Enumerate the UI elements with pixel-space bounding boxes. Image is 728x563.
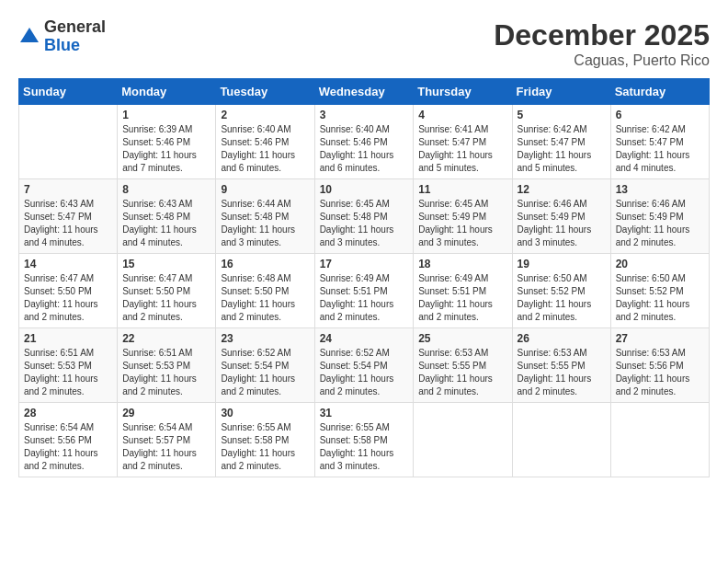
sunset: Sunset: 5:48 PM — [320, 212, 388, 222]
daylight: Daylight: 11 hours and 4 minutes. — [616, 150, 690, 173]
calendar-cell: 14 Sunrise: 6:47 AM Sunset: 5:50 PM Dayl… — [19, 254, 118, 328]
sunrise: Sunrise: 6:51 AM — [122, 348, 192, 358]
sunrise: Sunrise: 6:44 AM — [221, 199, 290, 209]
daylight: Daylight: 11 hours and 4 minutes. — [24, 224, 98, 247]
calendar-cell: 7 Sunrise: 6:43 AM Sunset: 5:47 PM Dayli… — [19, 179, 118, 254]
calendar-cell: 12 Sunrise: 6:46 AM Sunset: 5:49 PM Dayl… — [512, 179, 610, 254]
day-number: 3 — [320, 109, 409, 121]
sunrise: Sunrise: 6:49 AM — [320, 273, 390, 283]
sunrise: Sunrise: 6:55 AM — [221, 422, 290, 432]
sunrise: Sunrise: 6:49 AM — [418, 273, 488, 283]
daylight: Daylight: 11 hours and 2 minutes. — [122, 373, 197, 396]
sunset: Sunset: 5:55 PM — [518, 361, 586, 371]
day-info: Sunrise: 6:42 AM Sunset: 5:47 PM Dayligh… — [616, 123, 704, 175]
calendar-cell — [512, 403, 610, 477]
day-number: 2 — [221, 109, 309, 121]
day-info: Sunrise: 6:50 AM Sunset: 5:52 PM Dayligh… — [616, 272, 704, 324]
day-info: Sunrise: 6:44 AM Sunset: 5:48 PM Dayligh… — [221, 198, 309, 249]
day-info: Sunrise: 6:52 AM Sunset: 5:54 PM Dayligh… — [320, 347, 409, 398]
daylight: Daylight: 11 hours and 3 minutes. — [518, 224, 592, 247]
sunset: Sunset: 5:56 PM — [24, 435, 92, 445]
sunrise: Sunrise: 6:53 AM — [518, 348, 587, 358]
daylight: Daylight: 11 hours and 2 minutes. — [221, 299, 295, 322]
svg-marker-0 — [20, 28, 39, 42]
sunrise: Sunrise: 6:45 AM — [418, 199, 488, 209]
daylight: Daylight: 11 hours and 7 minutes. — [122, 150, 197, 173]
day-number: 13 — [616, 183, 704, 196]
calendar-cell: 18 Sunrise: 6:49 AM Sunset: 5:51 PM Dayl… — [414, 254, 512, 328]
sunset: Sunset: 5:48 PM — [221, 212, 289, 222]
day-info: Sunrise: 6:49 AM Sunset: 5:51 PM Dayligh… — [320, 272, 409, 324]
calendar-week-row: 14 Sunrise: 6:47 AM Sunset: 5:50 PM Dayl… — [19, 254, 710, 328]
day-number: 30 — [221, 407, 309, 419]
day-number: 19 — [518, 258, 606, 270]
sunset: Sunset: 5:47 PM — [418, 137, 486, 147]
day-info: Sunrise: 6:51 AM Sunset: 5:53 PM Dayligh… — [24, 347, 112, 398]
day-number: 21 — [24, 332, 112, 345]
day-info: Sunrise: 6:48 AM Sunset: 5:50 PM Dayligh… — [221, 272, 309, 324]
daylight: Daylight: 11 hours and 2 minutes. — [320, 373, 394, 396]
day-number: 9 — [221, 183, 309, 196]
logo-blue: Blue — [44, 37, 106, 55]
sunrise: Sunrise: 6:40 AM — [221, 124, 290, 134]
daylight: Daylight: 11 hours and 2 minutes. — [418, 299, 493, 322]
calendar-cell: 26 Sunrise: 6:53 AM Sunset: 5:55 PM Dayl… — [512, 328, 610, 403]
daylight: Daylight: 11 hours and 2 minutes. — [24, 299, 98, 322]
day-number: 24 — [320, 332, 409, 345]
sunrise: Sunrise: 6:43 AM — [24, 199, 94, 209]
calendar-cell: 19 Sunrise: 6:50 AM Sunset: 5:52 PM Dayl… — [512, 254, 610, 328]
calendar-cell: 23 Sunrise: 6:52 AM Sunset: 5:54 PM Dayl… — [216, 328, 314, 403]
sunset: Sunset: 5:52 PM — [616, 286, 684, 296]
calendar-cell: 24 Sunrise: 6:52 AM Sunset: 5:54 PM Dayl… — [314, 328, 414, 403]
calendar-cell: 2 Sunrise: 6:40 AM Sunset: 5:46 PM Dayli… — [216, 105, 314, 179]
sunrise: Sunrise: 6:46 AM — [616, 199, 686, 209]
daylight: Daylight: 11 hours and 2 minutes. — [616, 373, 690, 396]
sunset: Sunset: 5:46 PM — [122, 137, 190, 147]
sunrise: Sunrise: 6:54 AM — [122, 422, 192, 432]
sunset: Sunset: 5:49 PM — [518, 212, 586, 222]
location: Caguas, Puerto Rico — [494, 52, 710, 69]
daylight: Daylight: 11 hours and 3 minutes. — [418, 224, 493, 247]
sunrise: Sunrise: 6:40 AM — [320, 124, 390, 134]
weekday-header: Monday — [118, 79, 216, 105]
calendar-cell: 16 Sunrise: 6:48 AM Sunset: 5:50 PM Dayl… — [216, 254, 314, 328]
day-info: Sunrise: 6:53 AM Sunset: 5:56 PM Dayligh… — [616, 347, 704, 398]
day-info: Sunrise: 6:51 AM Sunset: 5:53 PM Dayligh… — [122, 347, 210, 398]
day-number: 15 — [122, 258, 210, 270]
title-block: December 2025 Caguas, Puerto Rico — [494, 18, 710, 69]
calendar-cell: 6 Sunrise: 6:42 AM Sunset: 5:47 PM Dayli… — [610, 105, 709, 179]
day-info: Sunrise: 6:45 AM Sunset: 5:48 PM Dayligh… — [320, 198, 409, 249]
day-info: Sunrise: 6:49 AM Sunset: 5:51 PM Dayligh… — [418, 272, 506, 324]
day-number: 8 — [122, 183, 210, 196]
day-info: Sunrise: 6:53 AM Sunset: 5:55 PM Dayligh… — [518, 347, 606, 398]
sunset: Sunset: 5:51 PM — [418, 286, 486, 296]
sunrise: Sunrise: 6:53 AM — [616, 348, 686, 358]
sunset: Sunset: 5:46 PM — [221, 137, 289, 147]
sunrise: Sunrise: 6:51 AM — [24, 348, 94, 358]
sunset: Sunset: 5:56 PM — [616, 361, 684, 371]
logo-icon — [18, 26, 40, 48]
calendar-cell: 4 Sunrise: 6:41 AM Sunset: 5:47 PM Dayli… — [414, 105, 512, 179]
day-number: 1 — [122, 109, 210, 121]
daylight: Daylight: 11 hours and 2 minutes. — [320, 299, 394, 322]
calendar-cell: 21 Sunrise: 6:51 AM Sunset: 5:53 PM Dayl… — [19, 328, 118, 403]
sunset: Sunset: 5:50 PM — [221, 286, 289, 296]
sunrise: Sunrise: 6:46 AM — [518, 199, 587, 209]
calendar-cell: 17 Sunrise: 6:49 AM Sunset: 5:51 PM Dayl… — [314, 254, 414, 328]
sunrise: Sunrise: 6:52 AM — [221, 348, 290, 358]
day-number: 22 — [122, 332, 210, 345]
sunset: Sunset: 5:47 PM — [518, 137, 586, 147]
calendar-cell: 3 Sunrise: 6:40 AM Sunset: 5:46 PM Dayli… — [314, 105, 414, 179]
daylight: Daylight: 11 hours and 2 minutes. — [122, 299, 197, 322]
day-info: Sunrise: 6:43 AM Sunset: 5:48 PM Dayligh… — [122, 198, 210, 249]
day-info: Sunrise: 6:47 AM Sunset: 5:50 PM Dayligh… — [122, 272, 210, 324]
day-info: Sunrise: 6:39 AM Sunset: 5:46 PM Dayligh… — [122, 123, 210, 175]
daylight: Daylight: 11 hours and 2 minutes. — [518, 373, 592, 396]
calendar-cell: 20 Sunrise: 6:50 AM Sunset: 5:52 PM Dayl… — [610, 254, 709, 328]
page-header: General Blue December 2025 Caguas, Puert… — [18, 18, 710, 69]
calendar-cell: 30 Sunrise: 6:55 AM Sunset: 5:58 PM Dayl… — [216, 403, 314, 477]
sunset: Sunset: 5:49 PM — [616, 212, 684, 222]
sunset: Sunset: 5:46 PM — [320, 137, 388, 147]
month-year: December 2025 — [494, 18, 710, 52]
day-number: 25 — [418, 332, 506, 345]
